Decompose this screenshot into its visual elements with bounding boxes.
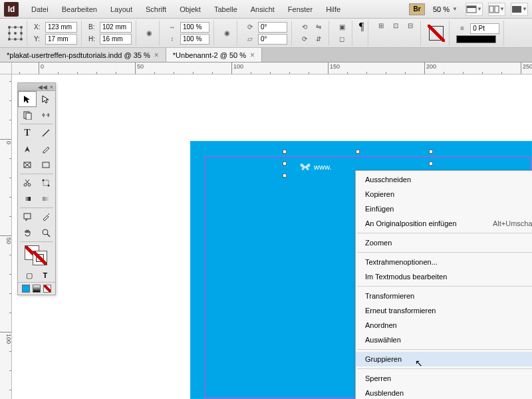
arrange-docs-button[interactable]: ▼: [488, 3, 505, 16]
fill-stroke-proxy[interactable]: [18, 243, 55, 269]
rotate-cw-icon[interactable]: ⟳: [299, 34, 311, 45]
y-input[interactable]: [45, 34, 77, 45]
hand-tool[interactable]: [18, 225, 37, 241]
apply-none-swatch[interactable]: [43, 285, 51, 293]
fit-content-icon[interactable]: ⊞: [375, 21, 387, 31]
workspace-switcher[interactable]: ▼: [511, 3, 528, 16]
panel-header[interactable]: ◀◀×: [18, 83, 55, 91]
gap-tool[interactable]: [37, 107, 55, 123]
close-icon[interactable]: ×: [50, 84, 53, 90]
canvas[interactable]: www. AusschneidenKopierenEinfügenAn Orig…: [12, 74, 532, 399]
menu-fenster[interactable]: Fenster: [282, 3, 319, 16]
menu-hilfe[interactable]: Hilfe: [320, 3, 346, 16]
screen-mode-button[interactable]: ▼: [466, 3, 483, 16]
fill-stroke-proxy[interactable]: [428, 25, 445, 42]
doc-tab-1[interactable]: *plakat-usertreffen-psdtutorials.indd @ …: [0, 48, 166, 62]
horizontal-ruler[interactable]: 50050100150200250: [12, 63, 532, 74]
close-tab-icon[interactable]: ×: [154, 51, 159, 60]
pencil-tool[interactable]: [37, 141, 55, 157]
direct-selection-tool[interactable]: [37, 91, 55, 107]
constrain-wh-icon[interactable]: ◉: [143, 28, 155, 39]
x-input[interactable]: [45, 22, 77, 33]
select-content-icon[interactable]: ◻: [336, 34, 348, 45]
free-transform-tool[interactable]: [37, 175, 55, 191]
ruler-origin[interactable]: [0, 63, 12, 74]
menu-tabelle[interactable]: Tabelle: [208, 3, 243, 16]
line-tool[interactable]: [37, 125, 55, 141]
context-menu-item[interactable]: Zoomen: [356, 235, 532, 250]
context-menu-item[interactable]: Transformieren: [356, 289, 532, 303]
menu-ansicht[interactable]: Ansicht: [245, 3, 281, 16]
svg-rect-4: [512, 6, 521, 13]
svg-point-9: [8, 32, 11, 35]
scale-x-input[interactable]: [180, 22, 209, 33]
vertical-ruler[interactable]: 50050100150200: [0, 74, 12, 399]
context-menu-item[interactable]: Im Textmodus bearbeiten: [356, 269, 532, 284]
eyedropper-tool[interactable]: [37, 209, 55, 225]
w-input[interactable]: [100, 22, 132, 33]
resize-handle[interactable]: [283, 162, 287, 166]
context-menu-item[interactable]: Anordnen: [356, 318, 532, 332]
collapse-icon[interactable]: ◀◀: [38, 84, 47, 90]
paragraph-style-icon[interactable]: ¶: [359, 21, 364, 46]
scale-y-input[interactable]: [180, 34, 209, 45]
resize-handle[interactable]: [429, 150, 433, 154]
svg-rect-2: [489, 6, 493, 13]
note-tool[interactable]: [18, 209, 37, 225]
context-menu-item[interactable]: Textrahmenoptionen...: [356, 255, 532, 269]
context-menu-item[interactable]: Sperren: [356, 371, 532, 386]
menu-datei[interactable]: Datei: [25, 3, 55, 16]
resize-handle[interactable]: [429, 162, 433, 166]
gradient-feather-tool[interactable]: [37, 191, 55, 207]
menu-layout[interactable]: Layout: [104, 3, 138, 16]
apply-gradient-swatch[interactable]: [33, 285, 41, 293]
context-menu-item[interactable]: Auswählen: [356, 332, 532, 347]
svg-line-31: [47, 234, 50, 237]
rectangle-tool[interactable]: [37, 157, 55, 173]
reference-point-icon[interactable]: [8, 26, 23, 41]
h-input[interactable]: [100, 34, 132, 45]
context-menu-item[interactable]: Erneut transformieren: [356, 303, 532, 318]
fit-frame-icon[interactable]: ⊡: [390, 21, 402, 31]
page-tool[interactable]: [18, 107, 37, 123]
rotate-ccw-icon[interactable]: ⟲: [299, 22, 311, 33]
rectangle-frame-tool[interactable]: [18, 157, 37, 173]
context-menu-item[interactable]: Ausschneiden: [356, 172, 532, 187]
pen-tool[interactable]: [18, 141, 37, 157]
menu-objekt[interactable]: Objekt: [174, 3, 207, 16]
stroke-style-swatch[interactable]: [456, 35, 496, 43]
center-content-icon[interactable]: ⊟: [404, 21, 416, 31]
resize-handle[interactable]: [283, 174, 287, 178]
resize-handle[interactable]: [283, 150, 287, 154]
context-menu-item[interactable]: Gruppieren: [356, 352, 532, 366]
type-tool[interactable]: T: [18, 125, 37, 141]
menu-schrift[interactable]: Schrift: [140, 3, 172, 16]
rotate-input[interactable]: [258, 22, 287, 33]
flip-h-icon[interactable]: ⇋: [313, 22, 325, 33]
context-menu-item[interactable]: Ausblenden: [356, 386, 532, 399]
formatting-container-icon[interactable]: ▢: [26, 271, 33, 280]
shear-input[interactable]: [258, 34, 287, 45]
menu-bearbeiten[interactable]: Bearbeiten: [56, 3, 103, 16]
resize-handle[interactable]: [356, 150, 360, 154]
context-menu-item[interactable]: Kopieren: [356, 187, 532, 201]
bridge-button[interactable]: Br: [409, 3, 425, 15]
stroke-weight-input[interactable]: [470, 23, 499, 34]
close-tab-icon[interactable]: ×: [250, 51, 255, 60]
selection-tool[interactable]: [18, 91, 37, 107]
ruler-tick: 0: [0, 139, 12, 144]
formatting-text-icon[interactable]: T: [43, 271, 47, 280]
context-menu-item[interactable]: An Originalposition einfügenAlt+Umschal: [356, 216, 532, 231]
flip-v-icon[interactable]: ⇵: [313, 34, 325, 45]
doc-tab-2[interactable]: *Unbenannt-2 @ 50 %×: [166, 48, 262, 62]
gradient-swatch-tool[interactable]: [18, 191, 37, 207]
zoom-tool[interactable]: [37, 225, 55, 241]
select-container-icon[interactable]: ▣: [336, 22, 348, 33]
scissors-tool[interactable]: [18, 175, 37, 191]
zoom-level-select[interactable]: 50 %▼: [430, 4, 460, 15]
constrain-scale-icon[interactable]: ◉: [221, 28, 233, 39]
apply-color-swatch[interactable]: [22, 285, 30, 293]
context-menu-item[interactable]: Einfügen: [356, 201, 532, 216]
svg-rect-28: [43, 197, 49, 201]
stroke-swatch[interactable]: [33, 251, 47, 265]
